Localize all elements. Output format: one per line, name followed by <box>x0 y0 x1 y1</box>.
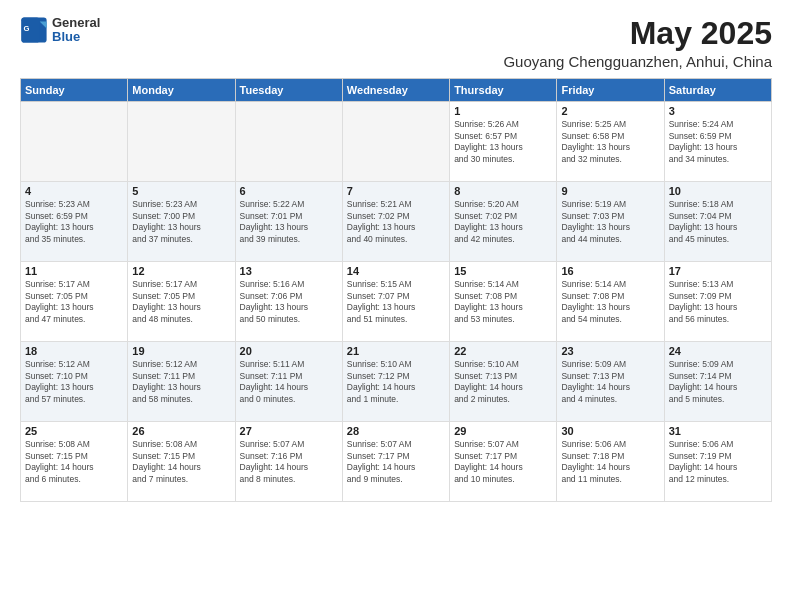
table-row: 18Sunrise: 5:12 AM Sunset: 7:10 PM Dayli… <box>21 342 128 422</box>
table-row: 28Sunrise: 5:07 AM Sunset: 7:17 PM Dayli… <box>342 422 449 502</box>
table-row: 6Sunrise: 5:22 AM Sunset: 7:01 PM Daylig… <box>235 182 342 262</box>
day-info: Sunrise: 5:17 AM Sunset: 7:05 PM Dayligh… <box>132 279 230 325</box>
table-row: 24Sunrise: 5:09 AM Sunset: 7:14 PM Dayli… <box>664 342 771 422</box>
col-sunday: Sunday <box>21 79 128 102</box>
day-number: 2 <box>561 105 659 117</box>
table-row: 25Sunrise: 5:08 AM Sunset: 7:15 PM Dayli… <box>21 422 128 502</box>
day-info: Sunrise: 5:12 AM Sunset: 7:11 PM Dayligh… <box>132 359 230 405</box>
day-number: 14 <box>347 265 445 277</box>
day-info: Sunrise: 5:23 AM Sunset: 7:00 PM Dayligh… <box>132 199 230 245</box>
day-number: 10 <box>669 185 767 197</box>
day-info: Sunrise: 5:11 AM Sunset: 7:11 PM Dayligh… <box>240 359 338 405</box>
col-tuesday: Tuesday <box>235 79 342 102</box>
day-number: 23 <box>561 345 659 357</box>
day-info: Sunrise: 5:07 AM Sunset: 7:17 PM Dayligh… <box>347 439 445 485</box>
day-info: Sunrise: 5:08 AM Sunset: 7:15 PM Dayligh… <box>25 439 123 485</box>
page: G General Blue May 2025 Guoyang Chenggua… <box>0 0 792 612</box>
month-title: May 2025 <box>503 16 772 51</box>
day-info: Sunrise: 5:12 AM Sunset: 7:10 PM Dayligh… <box>25 359 123 405</box>
day-info: Sunrise: 5:24 AM Sunset: 6:59 PM Dayligh… <box>669 119 767 165</box>
logo: G General Blue <box>20 16 100 45</box>
calendar-week-row: 1Sunrise: 5:26 AM Sunset: 6:57 PM Daylig… <box>21 102 772 182</box>
calendar-week-row: 4Sunrise: 5:23 AM Sunset: 6:59 PM Daylig… <box>21 182 772 262</box>
table-row <box>21 102 128 182</box>
day-number: 13 <box>240 265 338 277</box>
table-row: 4Sunrise: 5:23 AM Sunset: 6:59 PM Daylig… <box>21 182 128 262</box>
day-info: Sunrise: 5:16 AM Sunset: 7:06 PM Dayligh… <box>240 279 338 325</box>
col-saturday: Saturday <box>664 79 771 102</box>
day-number: 1 <box>454 105 552 117</box>
table-row: 29Sunrise: 5:07 AM Sunset: 7:17 PM Dayli… <box>450 422 557 502</box>
day-number: 20 <box>240 345 338 357</box>
table-row <box>342 102 449 182</box>
day-number: 30 <box>561 425 659 437</box>
day-info: Sunrise: 5:21 AM Sunset: 7:02 PM Dayligh… <box>347 199 445 245</box>
table-row: 17Sunrise: 5:13 AM Sunset: 7:09 PM Dayli… <box>664 262 771 342</box>
table-row: 11Sunrise: 5:17 AM Sunset: 7:05 PM Dayli… <box>21 262 128 342</box>
day-info: Sunrise: 5:13 AM Sunset: 7:09 PM Dayligh… <box>669 279 767 325</box>
day-number: 4 <box>25 185 123 197</box>
day-number: 25 <box>25 425 123 437</box>
table-row: 30Sunrise: 5:06 AM Sunset: 7:18 PM Dayli… <box>557 422 664 502</box>
day-number: 12 <box>132 265 230 277</box>
table-row <box>235 102 342 182</box>
day-number: 26 <box>132 425 230 437</box>
calendar-header-row: Sunday Monday Tuesday Wednesday Thursday… <box>21 79 772 102</box>
logo-icon: G <box>20 16 48 44</box>
day-number: 7 <box>347 185 445 197</box>
day-info: Sunrise: 5:22 AM Sunset: 7:01 PM Dayligh… <box>240 199 338 245</box>
day-number: 6 <box>240 185 338 197</box>
col-thursday: Thursday <box>450 79 557 102</box>
day-info: Sunrise: 5:07 AM Sunset: 7:17 PM Dayligh… <box>454 439 552 485</box>
calendar-week-row: 25Sunrise: 5:08 AM Sunset: 7:15 PM Dayli… <box>21 422 772 502</box>
table-row: 26Sunrise: 5:08 AM Sunset: 7:15 PM Dayli… <box>128 422 235 502</box>
day-number: 24 <box>669 345 767 357</box>
calendar: Sunday Monday Tuesday Wednesday Thursday… <box>20 78 772 502</box>
logo-general: General <box>52 16 100 30</box>
table-row: 3Sunrise: 5:24 AM Sunset: 6:59 PM Daylig… <box>664 102 771 182</box>
col-wednesday: Wednesday <box>342 79 449 102</box>
day-number: 29 <box>454 425 552 437</box>
day-info: Sunrise: 5:14 AM Sunset: 7:08 PM Dayligh… <box>561 279 659 325</box>
calendar-week-row: 11Sunrise: 5:17 AM Sunset: 7:05 PM Dayli… <box>21 262 772 342</box>
day-number: 19 <box>132 345 230 357</box>
table-row: 15Sunrise: 5:14 AM Sunset: 7:08 PM Dayli… <box>450 262 557 342</box>
day-number: 11 <box>25 265 123 277</box>
table-row: 5Sunrise: 5:23 AM Sunset: 7:00 PM Daylig… <box>128 182 235 262</box>
table-row: 14Sunrise: 5:15 AM Sunset: 7:07 PM Dayli… <box>342 262 449 342</box>
day-info: Sunrise: 5:18 AM Sunset: 7:04 PM Dayligh… <box>669 199 767 245</box>
day-number: 27 <box>240 425 338 437</box>
day-number: 28 <box>347 425 445 437</box>
table-row: 1Sunrise: 5:26 AM Sunset: 6:57 PM Daylig… <box>450 102 557 182</box>
day-info: Sunrise: 5:08 AM Sunset: 7:15 PM Dayligh… <box>132 439 230 485</box>
day-number: 9 <box>561 185 659 197</box>
day-info: Sunrise: 5:26 AM Sunset: 6:57 PM Dayligh… <box>454 119 552 165</box>
table-row: 9Sunrise: 5:19 AM Sunset: 7:03 PM Daylig… <box>557 182 664 262</box>
day-number: 3 <box>669 105 767 117</box>
day-info: Sunrise: 5:06 AM Sunset: 7:18 PM Dayligh… <box>561 439 659 485</box>
table-row: 8Sunrise: 5:20 AM Sunset: 7:02 PM Daylig… <box>450 182 557 262</box>
location-title: Guoyang Chengguanzhen, Anhui, China <box>503 53 772 70</box>
day-info: Sunrise: 5:19 AM Sunset: 7:03 PM Dayligh… <box>561 199 659 245</box>
logo-text: General Blue <box>52 16 100 45</box>
day-info: Sunrise: 5:15 AM Sunset: 7:07 PM Dayligh… <box>347 279 445 325</box>
day-info: Sunrise: 5:10 AM Sunset: 7:13 PM Dayligh… <box>454 359 552 405</box>
table-row: 23Sunrise: 5:09 AM Sunset: 7:13 PM Dayli… <box>557 342 664 422</box>
table-row: 31Sunrise: 5:06 AM Sunset: 7:19 PM Dayli… <box>664 422 771 502</box>
table-row: 12Sunrise: 5:17 AM Sunset: 7:05 PM Dayli… <box>128 262 235 342</box>
day-info: Sunrise: 5:09 AM Sunset: 7:13 PM Dayligh… <box>561 359 659 405</box>
day-info: Sunrise: 5:17 AM Sunset: 7:05 PM Dayligh… <box>25 279 123 325</box>
day-number: 5 <box>132 185 230 197</box>
title-block: May 2025 Guoyang Chengguanzhen, Anhui, C… <box>503 16 772 70</box>
table-row: 22Sunrise: 5:10 AM Sunset: 7:13 PM Dayli… <box>450 342 557 422</box>
table-row: 7Sunrise: 5:21 AM Sunset: 7:02 PM Daylig… <box>342 182 449 262</box>
day-number: 22 <box>454 345 552 357</box>
table-row <box>128 102 235 182</box>
table-row: 2Sunrise: 5:25 AM Sunset: 6:58 PM Daylig… <box>557 102 664 182</box>
table-row: 13Sunrise: 5:16 AM Sunset: 7:06 PM Dayli… <box>235 262 342 342</box>
day-number: 8 <box>454 185 552 197</box>
day-info: Sunrise: 5:10 AM Sunset: 7:12 PM Dayligh… <box>347 359 445 405</box>
table-row: 16Sunrise: 5:14 AM Sunset: 7:08 PM Dayli… <box>557 262 664 342</box>
svg-text:G: G <box>24 25 30 34</box>
day-info: Sunrise: 5:25 AM Sunset: 6:58 PM Dayligh… <box>561 119 659 165</box>
